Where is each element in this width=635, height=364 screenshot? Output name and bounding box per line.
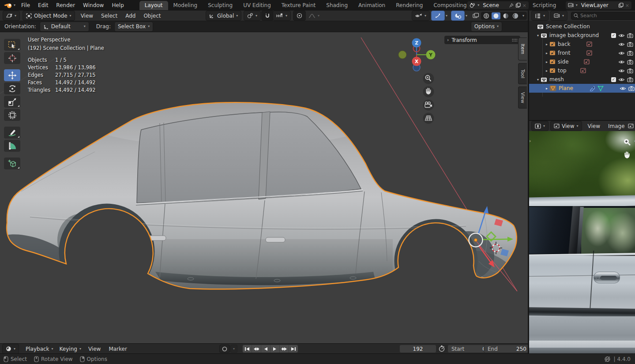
render-camera-icon[interactable]	[627, 60, 633, 64]
new-scene-icon[interactable]	[515, 3, 521, 8]
snap-settings[interactable]: ▾	[273, 11, 291, 21]
render-camera-icon[interactable]	[627, 68, 633, 73]
tool-move[interactable]	[4, 69, 20, 81]
tool-transform[interactable]	[4, 109, 20, 121]
viewport-menu-select[interactable]: Select	[97, 12, 121, 20]
workspace-tab-rendering[interactable]: Rendering	[391, 1, 428, 10]
menu-file[interactable]: File	[17, 1, 34, 9]
axis-neg-y-ball[interactable]	[398, 51, 406, 59]
search-input[interactable]	[571, 12, 635, 20]
snap-toggle[interactable]	[261, 11, 274, 21]
play-reverse-button[interactable]	[261, 345, 271, 353]
render-camera-icon[interactable]	[627, 51, 633, 56]
autokey-toggle[interactable]	[219, 345, 230, 353]
image-pan-icon[interactable]	[623, 151, 631, 159]
outliner-row-top[interactable]: ▸ top	[529, 66, 635, 75]
autokey-settings[interactable]: ▾	[230, 345, 237, 353]
render-camera-icon[interactable]	[627, 77, 633, 82]
expand-icon[interactable]: ▾	[535, 78, 541, 82]
reference-photo[interactable]: › ‹	[529, 131, 635, 353]
remove-viewlayer-icon[interactable]: ×	[625, 3, 629, 8]
outliner-row-back[interactable]: ▸ back	[529, 40, 635, 49]
menu-edit[interactable]: Edit	[34, 1, 52, 9]
zoom-button[interactable]	[423, 73, 434, 84]
hide-eye-icon[interactable]	[618, 51, 625, 56]
viewport-menu-view[interactable]: View	[77, 12, 97, 20]
outliner-row-image-background[interactable]: ▾ image background ✓	[529, 31, 635, 40]
jump-to-start-button[interactable]	[243, 345, 252, 353]
menu-help[interactable]: Help	[108, 1, 128, 9]
outliner-tree[interactable]: Scene Collection ▾ image background ✓ ▸	[529, 21, 635, 120]
hide-eye-icon[interactable]	[618, 60, 625, 64]
viewport-3d[interactable]: Z Y X	[0, 32, 528, 343]
workspace-tab-animation[interactable]: Animation	[353, 1, 391, 10]
sidebar-tab-item[interactable]: Item	[518, 38, 527, 60]
hide-eye-icon[interactable]	[620, 86, 626, 91]
render-camera-icon[interactable]	[628, 86, 635, 91]
sidebar-tab-tool[interactable]: Tool	[518, 63, 527, 84]
shading-solid-button[interactable]	[492, 12, 500, 19]
keying-menu[interactable]: Keying ▾	[56, 344, 84, 353]
drag-mode-selector[interactable]: Select Box ▾	[114, 22, 153, 32]
hide-eye-icon[interactable]	[618, 68, 625, 73]
outliner-display-mode-button[interactable]: ▾	[550, 11, 567, 21]
expand-icon[interactable]: ▸	[544, 60, 549, 64]
outliner-editor-type-button[interactable]: ▾	[531, 11, 549, 21]
tool-rotate[interactable]	[4, 83, 20, 94]
gizmo-z-arrow[interactable]	[484, 206, 488, 214]
hide-eye-icon[interactable]	[618, 33, 625, 38]
proportional-falloff-selector[interactable]: ▾	[305, 11, 323, 20]
shading-material-button[interactable]	[501, 12, 510, 19]
viewlayer-selector[interactable]: ▾ ViewLayer ×	[566, 1, 631, 9]
camera-view-button[interactable]	[423, 100, 434, 111]
image-menu-image[interactable]: Image	[604, 122, 629, 130]
image-editor-type-button[interactable]: ▾	[531, 121, 549, 131]
expand-icon[interactable]: ▸	[544, 86, 549, 90]
pin-icon[interactable]	[509, 3, 514, 8]
workspace-tab-compositing[interactable]: Compositing	[428, 1, 472, 10]
sidebar-tab-view[interactable]: View	[518, 86, 527, 109]
next-keyframe-button[interactable]	[280, 345, 289, 353]
pan-button[interactable]	[423, 86, 434, 98]
tool-annotate[interactable]	[4, 127, 20, 139]
outliner-row-plane[interactable]: ▸ Plane	[529, 84, 635, 93]
pivot-point-selector[interactable]: ▾	[244, 11, 261, 21]
image-zoom-icon[interactable]	[623, 138, 631, 146]
transform-orientation-selector[interactable]: Global ▾	[206, 11, 241, 21]
panel-grip-icon[interactable]	[512, 38, 518, 42]
expand-icon[interactable]: ▸	[544, 51, 549, 55]
navigation-gizmo[interactable]: Z Y X	[398, 38, 436, 71]
menu-render[interactable]: Render	[52, 1, 79, 9]
tool-measure[interactable]	[4, 140, 20, 152]
image-datablock-icon[interactable]	[628, 124, 634, 128]
workspace-tab-modeling[interactable]: Modeling	[168, 1, 203, 10]
hide-eye-icon[interactable]	[618, 42, 625, 47]
render-camera-icon[interactable]	[627, 42, 633, 47]
transform-panel-header[interactable]: › Transform	[444, 36, 520, 44]
outliner-row-side[interactable]: ▸ side	[529, 57, 635, 66]
workspace-tab-texture-paint[interactable]: Texture Paint	[276, 1, 321, 10]
timeline-editor-type-button[interactable]: ▾	[2, 344, 19, 354]
region-corner-left-icon[interactable]: ›	[529, 138, 531, 144]
xray-toggle[interactable]	[470, 11, 482, 20]
outliner-row-mesh[interactable]: ▾ mesh ✓	[529, 75, 635, 84]
new-viewlayer-icon[interactable]	[618, 3, 624, 8]
image-menu-view[interactable]: View	[584, 122, 604, 130]
tool-cursor[interactable]	[4, 52, 20, 64]
play-button[interactable]	[271, 345, 280, 353]
tool-add-primitive[interactable]	[4, 158, 20, 169]
unlink-scene-icon[interactable]: ×	[522, 3, 526, 8]
tool-select-box[interactable]	[4, 39, 20, 51]
menu-window[interactable]: Window	[79, 1, 108, 9]
workspace-tab-shading[interactable]: Shading	[321, 1, 353, 10]
collection-checkbox[interactable]: ✓	[611, 33, 616, 38]
blender-logo-menu[interactable]: ▾	[4, 2, 15, 8]
shading-rendered-button[interactable]	[511, 12, 520, 19]
tool-orientation-selector[interactable]: Default ▾	[40, 22, 89, 32]
outliner-search[interactable]	[571, 12, 635, 20]
scene-selector[interactable]: ▾ Scene ×	[467, 1, 529, 9]
car-model[interactable]	[0, 93, 528, 301]
workspace-tab-sculpting[interactable]: Sculpting	[203, 1, 238, 10]
current-frame-field[interactable]: 192	[399, 345, 436, 353]
workspace-tab-layout[interactable]: Layout	[139, 1, 168, 10]
